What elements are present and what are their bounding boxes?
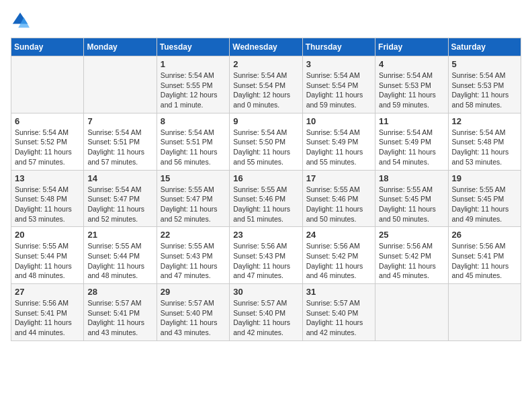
day-number: 30 bbox=[233, 287, 298, 297]
calendar-week-row: 20Sunrise: 5:55 AM Sunset: 5:44 PM Dayli… bbox=[11, 227, 521, 284]
day-info: Sunrise: 5:54 AM Sunset: 5:49 PM Dayligh… bbox=[306, 128, 371, 167]
calendar-cell: 7Sunrise: 5:54 AM Sunset: 5:51 PM Daylig… bbox=[84, 113, 157, 170]
calendar-cell: 23Sunrise: 5:56 AM Sunset: 5:43 PM Dayli… bbox=[230, 227, 302, 284]
day-info: Sunrise: 5:55 AM Sunset: 5:45 PM Dayligh… bbox=[379, 185, 444, 224]
calendar-cell: 12Sunrise: 5:54 AM Sunset: 5:48 PM Dayli… bbox=[448, 113, 521, 170]
day-info: Sunrise: 5:55 AM Sunset: 5:44 PM Dayligh… bbox=[87, 241, 152, 281]
calendar-week-row: 6Sunrise: 5:54 AM Sunset: 5:52 PM Daylig… bbox=[11, 113, 521, 170]
day-number: 16 bbox=[233, 173, 298, 183]
day-number: 20 bbox=[15, 230, 80, 240]
day-info: Sunrise: 5:57 AM Sunset: 5:40 PM Dayligh… bbox=[161, 298, 226, 338]
calendar-cell: 13Sunrise: 5:54 AM Sunset: 5:48 PM Dayli… bbox=[11, 170, 84, 227]
calendar-cell: 6Sunrise: 5:54 AM Sunset: 5:52 PM Daylig… bbox=[11, 113, 84, 170]
day-info: Sunrise: 5:54 AM Sunset: 5:50 PM Dayligh… bbox=[233, 128, 298, 167]
day-info: Sunrise: 5:54 AM Sunset: 5:48 PM Dayligh… bbox=[15, 185, 80, 224]
day-info: Sunrise: 5:54 AM Sunset: 5:49 PM Dayligh… bbox=[379, 128, 444, 167]
day-number: 25 bbox=[379, 230, 444, 240]
day-number: 8 bbox=[161, 116, 226, 126]
day-number: 19 bbox=[452, 173, 517, 183]
day-info: Sunrise: 5:54 AM Sunset: 5:53 PM Dayligh… bbox=[379, 71, 444, 110]
calendar-cell: 9Sunrise: 5:54 AM Sunset: 5:50 PM Daylig… bbox=[230, 113, 302, 170]
calendar-cell: 31Sunrise: 5:57 AM Sunset: 5:40 PM Dayli… bbox=[302, 284, 375, 341]
day-number: 7 bbox=[87, 116, 152, 126]
day-info: Sunrise: 5:55 AM Sunset: 5:47 PM Dayligh… bbox=[161, 185, 226, 224]
calendar-cell: 1Sunrise: 5:54 AM Sunset: 5:55 PM Daylig… bbox=[157, 56, 229, 113]
calendar-cell: 11Sunrise: 5:54 AM Sunset: 5:49 PM Dayli… bbox=[375, 113, 448, 170]
weekday-header-thursday: Thursday bbox=[302, 38, 375, 56]
calendar-header-row: SundayMondayTuesdayWednesdayThursdayFrid… bbox=[11, 38, 521, 56]
day-info: Sunrise: 5:54 AM Sunset: 5:55 PM Dayligh… bbox=[161, 71, 226, 110]
calendar-week-row: 1Sunrise: 5:54 AM Sunset: 5:55 PM Daylig… bbox=[11, 56, 521, 113]
weekday-header-tuesday: Tuesday bbox=[157, 38, 229, 56]
day-info: Sunrise: 5:54 AM Sunset: 5:53 PM Dayligh… bbox=[452, 71, 517, 110]
logo-icon bbox=[11, 11, 30, 30]
calendar-cell: 19Sunrise: 5:55 AM Sunset: 5:45 PM Dayli… bbox=[448, 170, 521, 227]
day-info: Sunrise: 5:56 AM Sunset: 5:43 PM Dayligh… bbox=[233, 241, 298, 281]
weekday-header-sunday: Sunday bbox=[11, 38, 84, 56]
calendar-cell: 22Sunrise: 5:55 AM Sunset: 5:43 PM Dayli… bbox=[157, 227, 229, 284]
day-info: Sunrise: 5:56 AM Sunset: 5:41 PM Dayligh… bbox=[15, 298, 80, 338]
day-number: 29 bbox=[161, 287, 226, 297]
day-info: Sunrise: 5:55 AM Sunset: 5:44 PM Dayligh… bbox=[15, 241, 80, 281]
calendar-cell: 20Sunrise: 5:55 AM Sunset: 5:44 PM Dayli… bbox=[11, 227, 84, 284]
day-number: 10 bbox=[306, 116, 371, 126]
day-info: Sunrise: 5:55 AM Sunset: 5:46 PM Dayligh… bbox=[306, 185, 371, 224]
day-number: 28 bbox=[87, 287, 152, 297]
day-number: 24 bbox=[306, 230, 371, 240]
calendar-cell: 18Sunrise: 5:55 AM Sunset: 5:45 PM Dayli… bbox=[375, 170, 448, 227]
calendar-cell: 21Sunrise: 5:55 AM Sunset: 5:44 PM Dayli… bbox=[84, 227, 157, 284]
calendar-cell bbox=[375, 284, 448, 341]
calendar-week-row: 13Sunrise: 5:54 AM Sunset: 5:48 PM Dayli… bbox=[11, 170, 521, 227]
day-info: Sunrise: 5:55 AM Sunset: 5:43 PM Dayligh… bbox=[161, 241, 226, 281]
calendar-week-row: 27Sunrise: 5:56 AM Sunset: 5:41 PM Dayli… bbox=[11, 284, 521, 341]
calendar-cell: 30Sunrise: 5:57 AM Sunset: 5:40 PM Dayli… bbox=[230, 284, 302, 341]
calendar-cell bbox=[448, 284, 521, 341]
day-number: 13 bbox=[15, 173, 80, 183]
calendar-cell: 28Sunrise: 5:57 AM Sunset: 5:41 PM Dayli… bbox=[84, 284, 157, 341]
day-number: 31 bbox=[306, 287, 371, 297]
day-info: Sunrise: 5:54 AM Sunset: 5:54 PM Dayligh… bbox=[306, 71, 371, 110]
weekday-header-wednesday: Wednesday bbox=[230, 38, 302, 56]
calendar-cell: 5Sunrise: 5:54 AM Sunset: 5:53 PM Daylig… bbox=[448, 56, 521, 113]
day-info: Sunrise: 5:55 AM Sunset: 5:46 PM Dayligh… bbox=[233, 185, 298, 224]
day-number: 15 bbox=[161, 173, 226, 183]
weekday-header-monday: Monday bbox=[84, 38, 157, 56]
day-number: 9 bbox=[233, 116, 298, 126]
calendar-cell: 24Sunrise: 5:56 AM Sunset: 5:42 PM Dayli… bbox=[302, 227, 375, 284]
weekday-header-friday: Friday bbox=[375, 38, 448, 56]
day-number: 6 bbox=[15, 116, 80, 126]
calendar-cell bbox=[11, 56, 84, 113]
calendar-cell: 29Sunrise: 5:57 AM Sunset: 5:40 PM Dayli… bbox=[157, 284, 229, 341]
calendar-cell: 26Sunrise: 5:56 AM Sunset: 5:41 PM Dayli… bbox=[448, 227, 521, 284]
day-number: 21 bbox=[87, 230, 152, 240]
day-info: Sunrise: 5:54 AM Sunset: 5:52 PM Dayligh… bbox=[15, 128, 80, 167]
calendar-cell: 25Sunrise: 5:56 AM Sunset: 5:42 PM Dayli… bbox=[375, 227, 448, 284]
day-number: 4 bbox=[379, 59, 444, 69]
calendar-cell: 16Sunrise: 5:55 AM Sunset: 5:46 PM Dayli… bbox=[230, 170, 302, 227]
calendar-cell: 3Sunrise: 5:54 AM Sunset: 5:54 PM Daylig… bbox=[302, 56, 375, 113]
day-number: 2 bbox=[233, 59, 298, 69]
day-info: Sunrise: 5:54 AM Sunset: 5:47 PM Dayligh… bbox=[87, 185, 152, 224]
calendar-cell: 14Sunrise: 5:54 AM Sunset: 5:47 PM Dayli… bbox=[84, 170, 157, 227]
day-number: 23 bbox=[233, 230, 298, 240]
calendar-cell bbox=[84, 56, 157, 113]
day-number: 5 bbox=[452, 59, 517, 69]
weekday-header-saturday: Saturday bbox=[448, 38, 521, 56]
day-info: Sunrise: 5:56 AM Sunset: 5:41 PM Dayligh… bbox=[452, 241, 517, 281]
day-number: 26 bbox=[452, 230, 517, 240]
day-info: Sunrise: 5:55 AM Sunset: 5:45 PM Dayligh… bbox=[452, 185, 517, 224]
page-header bbox=[11, 11, 521, 30]
day-info: Sunrise: 5:56 AM Sunset: 5:42 PM Dayligh… bbox=[306, 241, 371, 281]
calendar-cell: 15Sunrise: 5:55 AM Sunset: 5:47 PM Dayli… bbox=[157, 170, 229, 227]
day-info: Sunrise: 5:57 AM Sunset: 5:40 PM Dayligh… bbox=[233, 298, 298, 338]
day-info: Sunrise: 5:54 AM Sunset: 5:54 PM Dayligh… bbox=[233, 71, 298, 110]
day-info: Sunrise: 5:54 AM Sunset: 5:51 PM Dayligh… bbox=[87, 128, 152, 167]
day-number: 11 bbox=[379, 116, 444, 126]
calendar-table: SundayMondayTuesdayWednesdayThursdayFrid… bbox=[11, 38, 521, 341]
day-number: 18 bbox=[379, 173, 444, 183]
calendar-cell: 27Sunrise: 5:56 AM Sunset: 5:41 PM Dayli… bbox=[11, 284, 84, 341]
day-number: 17 bbox=[306, 173, 371, 183]
calendar-cell: 4Sunrise: 5:54 AM Sunset: 5:53 PM Daylig… bbox=[375, 56, 448, 113]
day-number: 1 bbox=[161, 59, 226, 69]
day-number: 3 bbox=[306, 59, 371, 69]
